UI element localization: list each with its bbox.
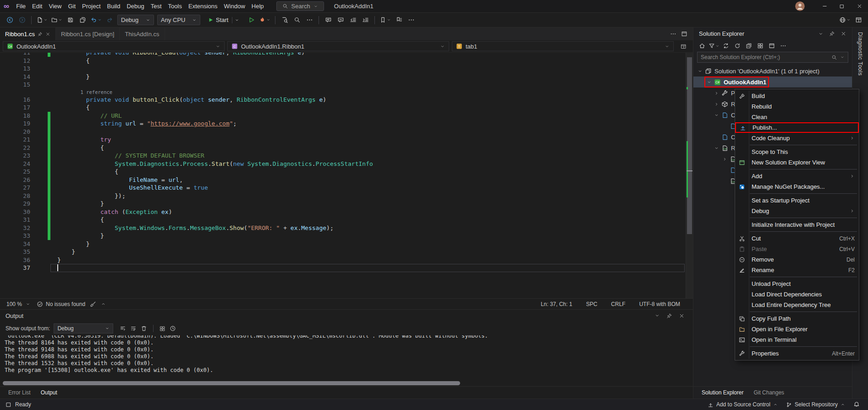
split-window-icon[interactable] [681,31,687,37]
navigate-forward-button[interactable] [16,15,28,26]
codelens-references[interactable]: 1 reference [0,89,686,96]
code-line-21[interactable]: 21 try [0,136,686,144]
chevron-right-icon[interactable] [721,157,729,162]
pin-icon[interactable] [829,31,835,37]
collapse-all-icon[interactable] [744,41,754,51]
code-line-36[interactable]: 36} [0,256,686,264]
chevron-down-icon[interactable] [713,146,720,151]
menu-project[interactable]: Project [79,1,104,11]
clear-all-icon[interactable] [141,325,147,332]
editor-vertical-scrollbar[interactable] [686,53,693,298]
undo-button[interactable] [89,15,103,26]
code-line-24[interactable]: 24 System.Diagnostics.Process.Start(new … [0,160,686,168]
menu-build[interactable]: Build [104,1,124,11]
menu-view[interactable]: View [45,1,65,11]
code-line-20[interactable]: 20 [0,128,686,136]
close-button[interactable] [851,0,868,13]
code-line-18[interactable]: 18 // URL [0,112,686,120]
code-line-30[interactable]: 30 catch (Exception ex) [0,208,686,216]
code-line-32[interactable]: 32 System.Windows.Forms.MessageBox.Show(… [0,224,686,232]
context-menu-item-rename[interactable]: RenameF2 [735,265,859,275]
code-line-26[interactable]: 26 FileName = url, [0,176,686,184]
split-editor-button[interactable] [676,41,690,51]
code-line-12[interactable]: 12 { [0,57,686,65]
toggle-messages-icon[interactable] [159,326,165,332]
indent-mode[interactable]: SPC [586,301,598,307]
code-line-17[interactable]: 17 { [0,104,686,112]
context-menu-item-unload-project[interactable]: Unload Project [735,279,859,289]
new-file-button[interactable] [35,15,49,26]
context-menu-item-new-solution-explorer-view[interactable]: New Solution Explorer View [735,157,859,168]
context-menu-item-rebuild[interactable]: Rebuild [735,101,859,112]
maximize-button[interactable] [833,0,851,13]
refresh-icon[interactable] [732,41,742,51]
chevron-right-icon[interactable] [713,102,720,107]
chevron-down-icon[interactable] [713,113,720,118]
code-line-31[interactable]: 31 { [0,216,686,224]
output-log[interactable]: 'outlook.exe' (CLR v4.0.30319: DefaultDo… [0,335,693,380]
tree-item-outlookaddin1[interactable]: C#OutlookAddIn1 [693,77,852,87]
window-layout-button[interactable] [852,15,864,26]
tree-item-solution-outlookaddin1-1-of-1-project[interactable]: Solution 'OutlookAddIn1' (1 of 1 project… [693,66,852,77]
pin-tab-icon[interactable] [38,32,43,37]
line-ending[interactable]: CRLF [611,301,625,307]
code-line-13[interactable]: 13 [0,65,686,73]
code-line-33[interactable]: 33 } [0,232,686,240]
context-menu-item-publish[interactable]: Publish... [735,122,859,133]
preview-selected-items-icon[interactable] [767,41,777,51]
close-tab-icon[interactable] [45,32,50,37]
menu-test[interactable]: Test [148,1,165,11]
toggle-bookmark-button[interactable] [378,15,392,26]
menu-extensions[interactable]: Extensions [185,1,221,11]
navigate-backward-button[interactable] [4,15,16,26]
context-menu-item-clean[interactable]: Clean [735,112,859,122]
code-line-27[interactable]: 27 UseShellExecute = true [0,184,686,192]
close-panel-icon[interactable] [679,313,685,319]
go-to-message-icon[interactable] [120,325,126,332]
context-menu-item-set-as-startup-project[interactable]: Set as Startup Project [735,195,859,206]
context-menu-item-remove[interactable]: RemoveDel [735,254,859,265]
zoom-select[interactable]: 100 % [5,301,32,307]
start-without-debugging-button[interactable] [245,15,257,26]
tool-tab-solution-explorer[interactable]: Solution Explorer [697,388,748,398]
tab-ribbon1-cs[interactable]: Ribbon1.cs [0,27,56,40]
menu-tools[interactable]: Tools [165,1,185,11]
output-source-select[interactable]: Debug [54,323,113,333]
chevron-right-icon[interactable] [713,91,720,96]
standard-toolbar-overflow-button[interactable] [303,15,315,26]
solution-platform-dropdown[interactable]: Any CPU [157,15,200,25]
context-menu-item-paste[interactable]: PasteCtrl+V [735,244,859,254]
global-search-box[interactable]: Search [276,1,324,11]
code-line-16[interactable]: 16 private void button1_Click(object sen… [0,96,686,104]
pin-icon[interactable] [666,313,672,319]
context-menu-item-load-direct-dependencies[interactable]: Load Direct Dependencies [735,289,859,300]
context-menu-item-open-in-file-explorer[interactable]: Open in File Explorer [735,324,859,334]
context-menu-item-cut[interactable]: CutCtrl+X [735,233,859,244]
code-line-23[interactable]: 23 // SYSTEM DEFAULT BROWSER [0,152,686,160]
tool-tab-git-changes[interactable]: Git Changes [749,388,789,398]
tab-ribbon1-cs-design[interactable]: Ribbon1.cs [Design] [56,27,120,40]
code-line-14[interactable]: 14 } [0,73,686,81]
open-file-button[interactable] [49,15,64,26]
close-panel-icon[interactable] [841,31,846,37]
member-dropdown[interactable]: T tab1 [452,41,674,51]
chevron-down-icon[interactable] [705,80,713,85]
menu-help[interactable]: Help [248,1,267,11]
panel-tab-error-list[interactable]: Error List [4,388,35,398]
code-line-15[interactable]: 15 [0,81,686,89]
context-menu-item-copy-full-path[interactable]: Copy Full Path [735,313,859,324]
menu-git[interactable]: Git [65,1,79,11]
editor-toolbar-overflow-button[interactable] [405,15,417,26]
project-dropdown[interactable]: C# OutlookAddIn1 [3,41,225,51]
word-wrap-icon[interactable] [130,325,137,332]
bookmark-window-button[interactable] [393,15,405,26]
context-menu-item-build[interactable]: Build [735,91,859,101]
context-menu-item-open-in-terminal[interactable]: Open in Terminal [735,334,859,345]
uncomment-selection-button[interactable] [335,15,346,26]
code-line-35[interactable]: 35 } [0,248,686,256]
increase-indent-button[interactable] [359,15,371,26]
find-in-files-button[interactable] [279,15,291,26]
save-button[interactable] [64,15,76,26]
show-all-files-icon[interactable] [755,41,765,51]
menu-file[interactable]: File [13,1,29,11]
